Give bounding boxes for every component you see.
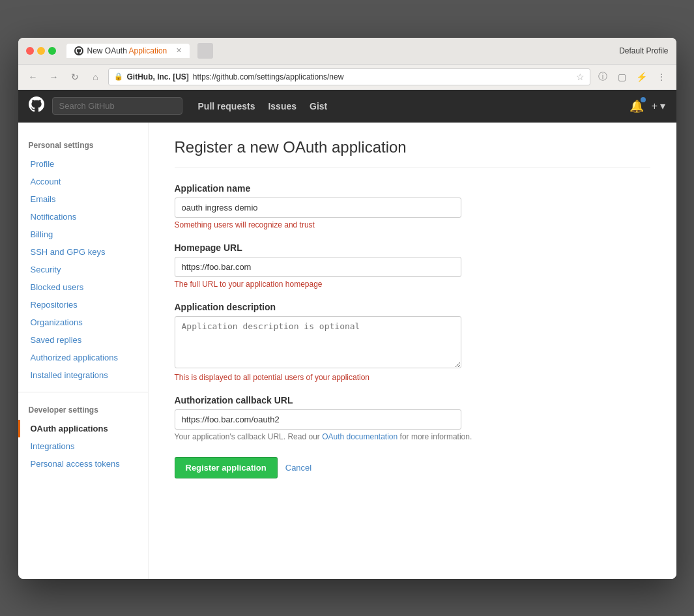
sidebar-item-ssh-gpg[interactable]: SSH and GPG keys bbox=[18, 243, 148, 261]
homepage-hint: The full URL to your application homepag… bbox=[175, 280, 650, 289]
minimize-dot[interactable] bbox=[37, 47, 45, 55]
sidebar-divider bbox=[18, 392, 148, 392]
callback-hint-start: Your application's callback URL. Read ou… bbox=[175, 432, 323, 441]
back-btn[interactable]: ← bbox=[25, 68, 42, 85]
tab-close-btn[interactable]: ✕ bbox=[176, 46, 182, 55]
notifications-bell[interactable]: 🔔 bbox=[629, 99, 644, 113]
gist-link[interactable]: Gist bbox=[310, 101, 327, 111]
refresh-btn[interactable]: ↻ bbox=[66, 68, 83, 85]
power-btn[interactable]: ⚡ bbox=[633, 68, 650, 85]
sidebar-item-saved-replies[interactable]: Saved replies bbox=[18, 331, 148, 349]
main-form-area: Register a new OAuth application Applica… bbox=[149, 123, 676, 579]
github-logo[interactable] bbox=[29, 96, 44, 116]
address-bar[interactable]: 🔒 GitHub, Inc. [US] https://github.com/s… bbox=[108, 68, 590, 85]
page-title: Register a new OAuth application bbox=[175, 138, 650, 168]
notification-badge bbox=[641, 97, 646, 102]
nav-actions: 🔔 + ▾ bbox=[629, 99, 666, 113]
oauth-docs-link[interactable]: OAuth documentation bbox=[322, 432, 398, 441]
callback-group: Authorization callback URL Your applicat… bbox=[175, 395, 650, 441]
url-text: https://github.com/settings/applications… bbox=[193, 72, 343, 81]
sidebar-item-blocked-users[interactable]: Blocked users bbox=[18, 278, 148, 296]
maximize-dot[interactable] bbox=[48, 47, 56, 55]
sidebar-item-personal-tokens[interactable]: Personal access tokens bbox=[18, 455, 148, 473]
issues-link[interactable]: Issues bbox=[268, 101, 296, 111]
callback-label: Authorization callback URL bbox=[175, 395, 650, 405]
register-application-btn[interactable]: Register application bbox=[175, 457, 278, 478]
homepage-input[interactable] bbox=[175, 257, 461, 277]
bookmark-icon[interactable]: ☆ bbox=[576, 72, 585, 82]
description-label: Application description bbox=[175, 302, 650, 312]
homepage-group: Homepage URL The full URL to your applic… bbox=[175, 242, 650, 289]
app-name-label: Application name bbox=[175, 183, 650, 194]
sidebar-item-notifications[interactable]: Notifications bbox=[18, 208, 148, 226]
cancel-btn[interactable]: Cancel bbox=[285, 463, 311, 473]
app-name-group: Application name Something users will re… bbox=[175, 183, 650, 229]
description-hint: This is displayed to all potential users… bbox=[175, 373, 650, 382]
sidebar-item-organizations[interactable]: Organizations bbox=[18, 314, 148, 331]
pull-requests-link[interactable]: Pull requests bbox=[198, 101, 255, 111]
sidebar-item-emails[interactable]: Emails bbox=[18, 190, 148, 208]
window-controls bbox=[26, 47, 56, 55]
sidebar-item-installed-integrations[interactable]: Installed integrations bbox=[18, 366, 148, 384]
form-actions: Register application Cancel bbox=[175, 457, 650, 478]
tab-favicon bbox=[74, 46, 83, 55]
github-navbar: Pull requests Issues Gist 🔔 + ▾ bbox=[18, 90, 676, 123]
callback-hint-end: for more information. bbox=[398, 432, 472, 441]
search-input[interactable] bbox=[52, 97, 182, 115]
browser-profile: Default Profile bbox=[619, 46, 668, 55]
create-plus-btn[interactable]: + ▾ bbox=[652, 100, 666, 112]
company-name: GitHub, Inc. [US] bbox=[127, 72, 189, 81]
callback-hint: Your application's callback URL. Read ou… bbox=[175, 432, 650, 441]
nav-links: Pull requests Issues Gist bbox=[198, 101, 328, 111]
info-btn[interactable]: ⓘ bbox=[594, 68, 611, 85]
sidebar-item-account[interactable]: Account bbox=[18, 173, 148, 190]
personal-settings-title: Personal settings bbox=[18, 136, 148, 155]
sidebar-item-billing[interactable]: Billing bbox=[18, 226, 148, 243]
page-content: Personal settings Profile Account Emails… bbox=[18, 123, 676, 579]
app-name-input[interactable] bbox=[175, 198, 461, 218]
forward-btn[interactable]: → bbox=[46, 68, 63, 85]
close-dot[interactable] bbox=[26, 47, 34, 55]
sidebar-item-security[interactable]: Security bbox=[18, 261, 148, 278]
reader-btn[interactable]: ▢ bbox=[614, 68, 631, 85]
sidebar: Personal settings Profile Account Emails… bbox=[18, 123, 149, 579]
sidebar-item-profile[interactable]: Profile bbox=[18, 155, 148, 173]
description-textarea[interactable] bbox=[175, 316, 461, 368]
menu-btn[interactable]: ⋮ bbox=[653, 68, 670, 85]
description-group: Application description This is displaye… bbox=[175, 302, 650, 382]
sidebar-item-integrations[interactable]: Integrations bbox=[18, 437, 148, 455]
browser-tab[interactable]: New OAuth Application ✕ bbox=[66, 44, 190, 58]
toolbar-actions: ⓘ ▢ ⚡ ⋮ bbox=[594, 68, 670, 85]
lock-icon: 🔒 bbox=[114, 72, 123, 81]
app-name-hint: Something users will recognize and trust bbox=[175, 220, 650, 229]
homepage-label: Homepage URL bbox=[175, 242, 650, 253]
browser-window: New OAuth Application ✕ Default Profile … bbox=[18, 38, 676, 579]
browser-titlebar: New OAuth Application ✕ Default Profile bbox=[18, 38, 676, 65]
sidebar-item-oauth-apps[interactable]: OAuth applications bbox=[18, 420, 148, 437]
sidebar-item-repositories[interactable]: Repositories bbox=[18, 296, 148, 314]
sidebar-item-authorized-apps[interactable]: Authorized applications bbox=[18, 349, 148, 366]
callback-input[interactable] bbox=[175, 409, 461, 430]
developer-settings-title: Developer settings bbox=[18, 400, 148, 420]
browser-toolbar: ← → ↻ ⌂ 🔒 GitHub, Inc. [US] https://gith… bbox=[18, 65, 676, 90]
new-tab-btn[interactable] bbox=[197, 43, 213, 59]
tab-title: New OAuth Application bbox=[87, 46, 167, 55]
home-btn[interactable]: ⌂ bbox=[87, 68, 104, 85]
